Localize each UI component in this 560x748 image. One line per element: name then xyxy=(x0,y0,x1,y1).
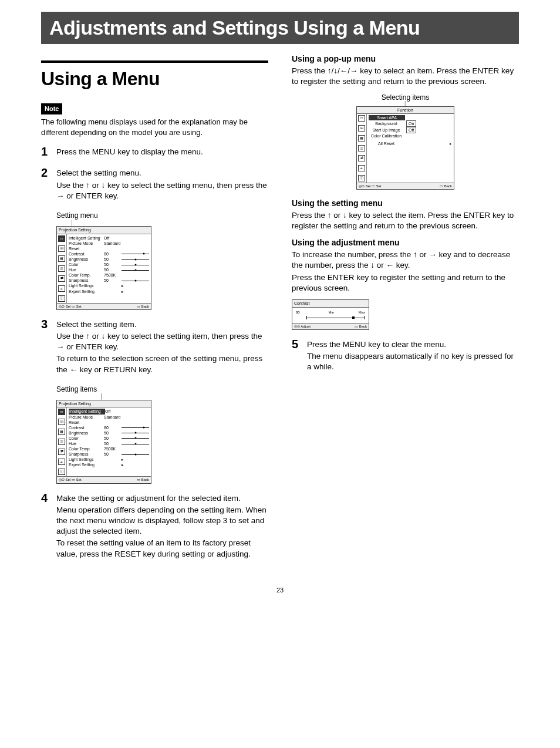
popup-text: Press the ↑/↓/←/→ key to select an item.… xyxy=(292,66,519,87)
section-rule xyxy=(41,60,268,63)
step-1: 1 Press the MENU key to display the menu… xyxy=(41,146,268,159)
step-2: 2 Select the setting menu. Use the ↑ or … xyxy=(41,167,268,203)
step-3-sub1: Use the ↑ or ↓ key to select the setting… xyxy=(56,331,268,352)
step-3-text: Select the setting item. xyxy=(56,319,268,330)
step-3-number: 3 xyxy=(41,318,56,376)
adjustment-diagram: Contrast 80 Min Max xyxy=(292,299,369,330)
banner-title: Adjustments and Settings Using a Menu xyxy=(49,16,420,39)
setting-menu-heading: Using the setting menu xyxy=(292,198,519,209)
setting-items-label: Setting items xyxy=(56,385,268,394)
step-5-sub: The menu disappears automatically if no … xyxy=(307,351,519,372)
adjust-footer-right: ▭ Back xyxy=(355,324,367,329)
adjust-title: Contrast xyxy=(292,300,369,307)
step-4: 4 Make the setting or adjustment for the… xyxy=(41,492,268,561)
adjust-heading: Using the adjustment menu xyxy=(292,237,519,248)
section-title: Using a Menu xyxy=(41,66,268,92)
step-3-sub2: To return to the selection screen of the… xyxy=(56,353,268,375)
setting-menu-text: Press the ↑ or ↓ key to select the item.… xyxy=(292,210,519,231)
adjust-min-label: Min xyxy=(328,310,334,315)
page-banner: Adjustments and Settings Using a Menu xyxy=(41,12,519,44)
setting-menu-label: Setting menu xyxy=(56,211,268,220)
adjust-footer-left: ⊙⊙ Adjust xyxy=(294,324,311,329)
popup-menu-diagram: Function ▭⊞▦◫⇄⫨ⓘ Smart APABackgroundOnSt… xyxy=(356,106,454,190)
right-column: Using a pop-up menu Press the ↑/↓/←/→ ke… xyxy=(292,50,519,569)
step-1-text: Press the MENU key to display the menu. xyxy=(56,147,268,157)
left-column: Using a Menu Note The following menu dis… xyxy=(41,50,268,569)
step-1-number: 1 xyxy=(41,146,56,159)
adjust-text-1: To increase the number, press the ↑ or →… xyxy=(292,250,519,271)
step-5-text: Press the MENU key to clear the menu. xyxy=(307,339,519,350)
step-2-text: Select the setting menu. xyxy=(56,168,268,178)
step-4-text: Make the setting or adjustment for the s… xyxy=(56,493,268,504)
step-2-number: 2 xyxy=(41,167,56,203)
note-text: The following menu displays used for the… xyxy=(41,117,268,137)
page-number: 23 xyxy=(41,587,519,594)
step-5: 5 Press the MENU key to clear the menu. … xyxy=(292,338,519,374)
note-badge: Note xyxy=(41,103,62,114)
step-5-number: 5 xyxy=(292,338,307,374)
note-block: Note The following menu displays used fo… xyxy=(41,103,268,137)
setting-items-diagram: Projection Setting ▭⊞▦◫⇄⫨ⓘ Intelligent S… xyxy=(56,400,151,484)
adjust-value: 80 xyxy=(296,310,304,315)
adjust-text-2: Press the ENTER key to register the sett… xyxy=(292,272,519,294)
setting-menu-diagram: Projection Setting ▭⊞▦◫⇄⫨ⓘ Intelligent S… xyxy=(56,226,151,310)
step-4-number: 4 xyxy=(41,492,56,561)
popup-heading: Using a pop-up menu xyxy=(292,53,519,65)
step-4-sub2: To reset the setting value of an item to… xyxy=(56,538,268,559)
step-3: 3 Select the setting item. Use the ↑ or … xyxy=(41,318,268,376)
step-2-sub: Use the ↑ or ↓ key to select the setting… xyxy=(56,180,268,201)
step-4-sub1: Menu operation differs depending on the … xyxy=(56,505,268,537)
adjust-max-label: Max xyxy=(359,310,365,315)
